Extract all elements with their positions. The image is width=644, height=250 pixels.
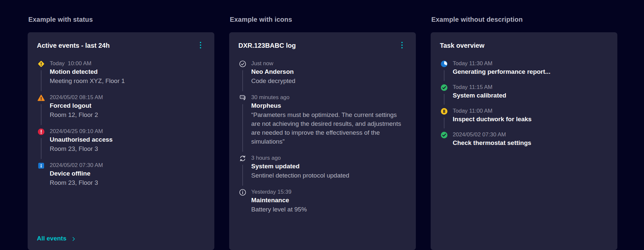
task-time: Today 11:00 AM <box>453 107 532 115</box>
in-progress-icon <box>440 60 448 68</box>
timeline: Today 10:00 AM Motion detected Meeting r… <box>37 60 205 187</box>
warning-diamond-icon <box>37 60 45 68</box>
section-no-description: Example without description Task overvie… <box>431 16 617 250</box>
event-description: Room 23, Floor 3 <box>50 178 103 187</box>
event-title: Morpheus <box>251 101 407 110</box>
info-square-icon <box>37 162 45 170</box>
sync-icon <box>239 154 247 162</box>
event-title: Forced logout <box>50 101 103 110</box>
task-title: Inspect ductwork for leaks <box>453 115 532 124</box>
timeline-connector <box>242 165 243 186</box>
section-icons: Example with icons DXR.123BABC log <box>229 16 416 250</box>
task-title: System calibrated <box>453 91 506 100</box>
timeline: Just now Neo Anderson Code decrypted 30 … <box>238 60 407 214</box>
error-circle-icon <box>37 128 45 136</box>
timeline-connector <box>444 70 444 81</box>
info-circle-icon <box>239 188 247 196</box>
all-events-link[interactable]: All events <box>37 228 205 242</box>
timeline: Today 11:30 AM Generating performance re… <box>440 60 608 148</box>
kebab-menu-icon[interactable] <box>196 41 205 49</box>
timeline-item: Yesterday 15:39 Maintenance Battery leve… <box>238 188 407 214</box>
timeline-connector <box>41 104 41 125</box>
event-title: Unauthorised access <box>50 135 113 144</box>
timeline-item: Today 11:00 AM Inspect ductwork for leak… <box>440 107 608 131</box>
section-label: Example with status <box>28 16 214 23</box>
timeline-connector <box>41 138 41 159</box>
event-time: Today 10:00 AM <box>50 60 125 67</box>
timeline-item: 30 minutes ago Morpheus “Parameters must… <box>238 94 407 154</box>
event-title: System updated <box>251 162 349 171</box>
timeline-item: 2024/05/02 07:30 AM Check thermostat set… <box>440 131 608 148</box>
timeline-connector <box>41 70 41 91</box>
event-description: Room 12, Floor 2 <box>50 110 103 119</box>
event-description: Battery level at 95% <box>251 205 307 214</box>
event-time: Just now <box>251 60 295 67</box>
section-status: Example with status Active events - last… <box>28 16 214 250</box>
event-time: 30 minutes ago <box>251 94 407 101</box>
card-header: Active events - last 24h <box>37 41 205 50</box>
event-time: 3 hours ago <box>251 154 349 162</box>
event-time: Yesterday 15:39 <box>251 188 307 196</box>
timeline-connector <box>444 118 444 128</box>
page: Example with status Active events - last… <box>0 0 644 250</box>
timeline-connector <box>444 94 444 105</box>
event-description: Sentinel detection protocol updated <box>251 171 349 180</box>
event-title: Maintenance <box>251 196 307 205</box>
card-active-events: Active events - last 24h Today 10:00 AM <box>28 32 214 250</box>
event-description: Room 23, Floor 3 <box>50 144 113 153</box>
task-time: 2024/05/02 07:30 AM <box>453 131 531 138</box>
section-label: Example with icons <box>230 16 416 23</box>
event-title: Device offline <box>50 169 103 178</box>
task-title: Generating performance report... <box>453 67 550 76</box>
task-time: Today 11:30 AM <box>453 60 550 67</box>
kebab-menu-icon[interactable] <box>397 41 407 49</box>
card-title: Task overview <box>440 41 484 50</box>
timeline-item: 2024/05/02 07:30 AM Device offline Room … <box>37 162 205 187</box>
event-title: Neo Anderson <box>251 67 295 76</box>
chat-bubble-icon <box>239 94 247 102</box>
success-circle-icon <box>440 131 448 139</box>
event-time: 2024/04/25 09:10 AM <box>50 128 113 135</box>
timeline-connector <box>242 104 243 152</box>
card-title: Active events - last 24h <box>37 41 110 50</box>
event-title: Motion detected <box>50 67 125 76</box>
timeline-item: Today 10:00 AM Motion detected Meeting r… <box>37 60 205 94</box>
task-time: Today 11:15 AM <box>453 84 506 91</box>
card-task-overview: Task overview Today 11:30 AM Generating … <box>431 32 617 250</box>
timeline-item: 3 hours ago System updated Sentinel dete… <box>238 154 407 188</box>
timeline-item: Just now Neo Anderson Code decrypted <box>238 60 407 94</box>
chevron-right-icon <box>71 236 76 242</box>
warning-triangle-icon <box>37 94 45 102</box>
timeline-item: Today 11:30 AM Generating performance re… <box>440 60 608 84</box>
card-title: DXR.123BABC log <box>238 41 296 50</box>
success-circle-icon <box>440 84 448 92</box>
timeline-item: Today 11:15 AM System calibrated <box>440 84 608 107</box>
event-time: 2024/05/02 07:30 AM <box>50 162 103 169</box>
card-header: Task overview <box>440 41 608 50</box>
task-title: Check thermostat settings <box>453 138 531 148</box>
event-description: Code decrypted <box>251 76 295 85</box>
check-circle-icon <box>239 60 247 68</box>
event-time: 2024/05/02 08:15 AM <box>50 94 103 101</box>
timeline-item: 2024/04/25 09:10 AM Unauthorised access … <box>37 128 205 162</box>
paused-circle-icon <box>440 107 448 115</box>
card-header: DXR.123BABC log <box>238 41 407 50</box>
all-events-label: All events <box>37 235 67 242</box>
timeline-item: 2024/05/02 08:15 AM Forced logout Room 1… <box>37 94 205 128</box>
timeline-connector <box>242 70 243 91</box>
card-log: DXR.123BABC log Just now Neo Anderso <box>229 32 416 250</box>
event-description: “Parameters must be optimized. The curre… <box>251 110 407 146</box>
section-label: Example without description <box>431 16 617 23</box>
event-description: Meeting room XYZ, Floor 1 <box>50 76 125 85</box>
